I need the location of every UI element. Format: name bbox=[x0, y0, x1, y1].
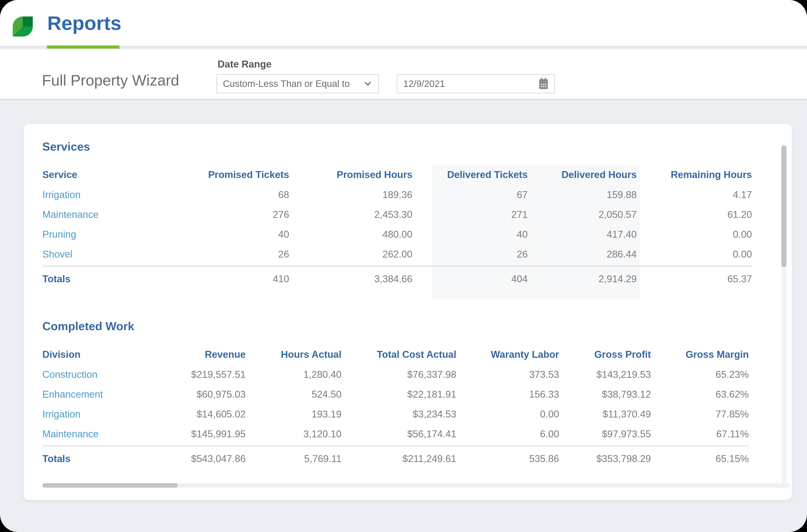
cell: $211,249.61 bbox=[342, 453, 456, 464]
cell: 65.37 bbox=[637, 273, 752, 284]
cell: 271 bbox=[412, 209, 528, 220]
cell: $60,975.03 bbox=[154, 389, 246, 400]
completed-work-section-title: Completed Work bbox=[42, 319, 134, 333]
column-header-gross-profit: Gross Profit bbox=[559, 349, 651, 360]
services-totals-row: Totals 410 3,384.66 404 2,914.29 65.37 bbox=[42, 267, 752, 291]
cell: $76,337.98 bbox=[342, 369, 456, 380]
active-tab-indicator bbox=[47, 45, 120, 49]
cell: $22,181.91 bbox=[342, 389, 456, 400]
cell: 0.00 bbox=[637, 249, 752, 260]
table-row-construction: Construction $219,557.51 1,280.40 $76,33… bbox=[42, 364, 749, 384]
date-range-comparator-select[interactable]: Custom-Less Than or Equal to bbox=[217, 74, 379, 93]
cell: 4.17 bbox=[637, 189, 752, 200]
cell: 193.19 bbox=[246, 408, 342, 420]
column-header-total-cost-actual: Total Cost Actual bbox=[342, 349, 456, 360]
cell: 65.15% bbox=[651, 453, 749, 464]
page-title: Full Property Wizard bbox=[42, 71, 179, 89]
service-link[interactable]: Shovel bbox=[42, 249, 154, 260]
date-value: 12/9/2021 bbox=[403, 78, 445, 89]
cell: 156.33 bbox=[456, 389, 559, 400]
cell: $353,798.29 bbox=[559, 453, 651, 464]
service-link[interactable]: Pruning bbox=[42, 229, 154, 240]
column-header-delivered-tickets: Delivered Tickets bbox=[412, 169, 528, 180]
services-header-row: Service Promised Tickets Promised Hours … bbox=[42, 165, 752, 185]
vertical-scrollbar[interactable] bbox=[781, 145, 787, 483]
cell: 2,050.57 bbox=[528, 209, 637, 220]
division-link[interactable]: Maintenance bbox=[42, 429, 154, 440]
cell: 68 bbox=[154, 189, 289, 200]
column-header-revenue: Revenue bbox=[154, 349, 246, 360]
cell: 5,769.11 bbox=[246, 453, 342, 464]
cell: 189.36 bbox=[289, 189, 412, 200]
cell: 77.85% bbox=[651, 408, 749, 420]
column-header-remaining-hours: Remaining Hours bbox=[637, 169, 752, 180]
cell: $543,047.86 bbox=[154, 453, 246, 464]
column-header-gross-margin: Gross Margin bbox=[651, 349, 749, 360]
services-section-title: Services bbox=[42, 140, 90, 153]
cell: 535.86 bbox=[456, 453, 559, 464]
cell: 67 bbox=[412, 189, 528, 200]
cell: $56,174.41 bbox=[342, 429, 456, 440]
completed-work-totals-row: Totals $543,047.86 5,769.11 $211,249.61 … bbox=[42, 446, 749, 471]
cell: 276 bbox=[154, 209, 289, 220]
cell: 2,914.29 bbox=[528, 273, 637, 284]
cell: 0.00 bbox=[456, 408, 559, 420]
cell: 1,280.40 bbox=[246, 369, 342, 380]
totals-label: Totals bbox=[42, 273, 154, 284]
cell: 3,120.10 bbox=[246, 429, 342, 440]
date-input[interactable]: 12/9/2021 bbox=[397, 74, 555, 93]
cell: $219,557.51 bbox=[154, 369, 246, 380]
table-row-enhancement: Enhancement $60,975.03 524.50 $22,181.91… bbox=[42, 384, 749, 404]
cell: 61.20 bbox=[637, 209, 752, 220]
cell: $97,973.55 bbox=[559, 429, 651, 440]
leaf-logo-icon bbox=[13, 16, 33, 37]
table-row-pruning: Pruning 40 480.00 40 417.40 0.00 bbox=[42, 224, 752, 244]
app-window: Reports Full Property Wizard Date Range … bbox=[0, 0, 807, 532]
table-row-maintenance: Maintenance 276 2,453.30 271 2,050.57 61… bbox=[42, 205, 752, 224]
cell: 40 bbox=[412, 229, 528, 240]
totals-label: Totals bbox=[42, 453, 154, 464]
column-header-waranty-labor: Waranty Labor bbox=[456, 349, 559, 360]
cell: 417.40 bbox=[528, 229, 637, 240]
vertical-scrollbar-thumb[interactable] bbox=[781, 145, 787, 267]
division-link[interactable]: Irrigation bbox=[42, 408, 154, 420]
chevron-down-icon bbox=[363, 79, 372, 89]
table-row-irrigation-division: Irrigation $14,605.02 193.19 $3,234.53 0… bbox=[42, 404, 749, 424]
cell: $14,605.02 bbox=[154, 408, 246, 420]
service-link[interactable]: Maintenance bbox=[42, 209, 154, 220]
cell: 65.23% bbox=[651, 369, 749, 380]
cell: 40 bbox=[154, 229, 289, 240]
column-header-division: Division bbox=[42, 349, 154, 360]
cell: 373.53 bbox=[456, 369, 559, 380]
cell: $143,219.53 bbox=[559, 369, 651, 380]
cell: 410 bbox=[154, 273, 289, 284]
cell: 262.00 bbox=[289, 249, 412, 260]
column-header-delivered-hours: Delivered Hours bbox=[528, 169, 637, 180]
cell: $3,234.53 bbox=[342, 408, 456, 420]
comparator-value: Custom-Less Than or Equal to bbox=[223, 78, 350, 89]
cell: 286.44 bbox=[528, 249, 637, 260]
cell: 67.11% bbox=[651, 429, 749, 440]
horizontal-scrollbar-thumb[interactable] bbox=[42, 483, 178, 488]
division-link[interactable]: Construction bbox=[42, 369, 154, 380]
tab-reports[interactable]: Reports bbox=[47, 12, 122, 35]
cell: 2,453.30 bbox=[289, 209, 412, 220]
cell: 63.62% bbox=[651, 389, 749, 400]
table-row-maintenance-division: Maintenance $145,991.95 3,120.10 $56,174… bbox=[42, 424, 749, 444]
cell: 26 bbox=[412, 249, 528, 260]
service-link[interactable]: Irrigation bbox=[42, 189, 154, 200]
cell: 6.00 bbox=[456, 429, 559, 440]
division-link[interactable]: Enhancement bbox=[42, 389, 154, 400]
column-header-promised-tickets: Promised Tickets bbox=[154, 169, 289, 180]
report-toolbar: Full Property Wizard Date Range Custom-L… bbox=[0, 50, 807, 100]
top-tab-bar: Reports bbox=[0, 0, 807, 48]
cell: 3,384.66 bbox=[289, 273, 412, 284]
horizontal-scrollbar[interactable] bbox=[42, 483, 790, 488]
calendar-icon bbox=[538, 78, 549, 90]
cell: 0.00 bbox=[637, 229, 752, 240]
column-header-promised-hours: Promised Hours bbox=[289, 169, 412, 180]
table-row-shovel: Shovel 26 262.00 26 286.44 0.00 bbox=[42, 244, 752, 264]
completed-work-table: Division Revenue Hours Actual Total Cost… bbox=[42, 344, 749, 471]
cell: $11,370.49 bbox=[559, 408, 651, 420]
services-table: Service Promised Tickets Promised Hours … bbox=[42, 165, 752, 291]
